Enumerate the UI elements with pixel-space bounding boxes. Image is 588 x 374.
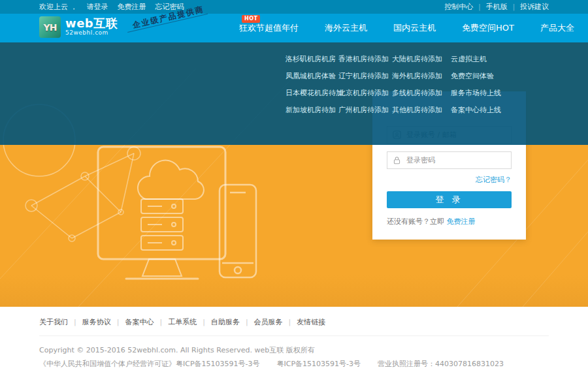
dropdown-column-4: 云虚拟主机 免费空间体验 服务市场待上线 备案中心待上线 — [451, 51, 536, 119]
login-link[interactable]: 请登录 — [87, 2, 108, 12]
dropdown-link[interactable]: 香港机房待添加 — [338, 51, 392, 68]
footer: 关于我们 | 服务协议 | 备案中心 | 工单系统 | 自助服务 | 会员服务 … — [0, 307, 588, 374]
nav-item-overseas-cloud[interactable]: 海外云主机 — [312, 14, 380, 42]
dropdown-link[interactable]: 海外机房待添加 — [392, 68, 451, 85]
lock-icon — [393, 156, 401, 164]
footer-link-membership[interactable]: 会员服务 — [254, 317, 283, 327]
dropdown-link[interactable]: 云虚拟主机 — [451, 51, 536, 68]
dropdown-link[interactable]: 凤凰城机房体验 — [286, 68, 338, 85]
logo-icon: YH — [39, 16, 61, 38]
welcome-text: 欢迎上云 ， — [39, 2, 78, 12]
dropdown-link[interactable]: 大陆机房待添加 — [392, 51, 451, 68]
footer-link-terms[interactable]: 服务协议 — [82, 317, 111, 327]
dropdown-link[interactable]: 免费空间体验 — [451, 68, 536, 85]
brand-domain: 52webhl.com — [65, 30, 118, 36]
business-license-number: 营业执照注册号：440307816831023 — [378, 359, 504, 369]
divider: | — [246, 318, 248, 326]
register-prompt: 还没有账号？立即 免费注册 — [387, 217, 476, 226]
free-register-link[interactable]: 免费注册 — [447, 217, 476, 226]
dropdown-link[interactable]: 多线机房待添加 — [392, 85, 451, 102]
divider: | — [513, 3, 515, 10]
license-row: 《中华人民共和国增值个体户经营许可证》粤ICP备15103591号-3号 粤IC… — [39, 359, 549, 369]
dropdown-link[interactable]: 北京机房待添加 — [338, 85, 392, 102]
icp-number: 粤ICP备15103591号-3号 — [277, 359, 361, 369]
dropdown-link[interactable]: 日本樱花机房待加 — [286, 85, 338, 102]
footer-link-tickets[interactable]: 工单系统 — [168, 317, 197, 327]
main-navbar: YH web互联 52webhl.com 企业级产品提供商 HOT 狂欢节超值年… — [0, 14, 588, 42]
dropdown-link[interactable]: 其他机房待添加 — [392, 102, 451, 119]
footer-link-icp-center[interactable]: 备案中心 — [125, 317, 154, 327]
dropdown-link[interactable]: 洛杉矶机房机房 — [286, 51, 338, 68]
footer-link-about[interactable]: 关于我们 — [39, 317, 68, 327]
divider: | — [203, 318, 205, 326]
register-link-top[interactable]: 免费注册 — [118, 2, 146, 12]
brand-name: web互联 — [65, 18, 118, 30]
divider: | — [159, 318, 162, 326]
hero-banner: 忘记密码？ 登 录 还没有账号？立即 免费注册 洛杉矶机房机房 凤凰城机房体验 … — [0, 42, 588, 307]
divider: | — [117, 318, 120, 326]
divider: | — [74, 318, 76, 326]
mega-dropdown: 洛杉矶机房机房 凤凰城机房体验 日本樱花机房待加 新加坡机房待加 香港机房待添加… — [0, 42, 588, 145]
forgot-password-link[interactable]: 忘记密码？ — [476, 176, 512, 184]
footer-links: 关于我们 | 服务协议 | 备案中心 | 工单系统 | 自助服务 | 会员服务 … — [39, 317, 549, 336]
nav-item-carnival[interactable]: HOT 狂欢节超值年付 — [226, 14, 312, 42]
password-input[interactable] — [406, 156, 506, 164]
license-text: 《中华人民共和国增值个体户经营许可证》粤ICP备15103591号-3号 — [39, 359, 260, 369]
dropdown-column-2: 香港机房待添加 辽宁机房待添加 北京机房待添加 广州机房待添加 — [338, 51, 392, 119]
nav-item-free-space[interactable]: 免费空间HOT — [449, 14, 527, 42]
control-center-link[interactable]: 控制中心 — [444, 2, 473, 12]
footer-link-friends[interactable]: 友情链接 — [297, 317, 325, 327]
brand-logo[interactable]: YH web互联 52webhl.com 企业级产品提供商 — [39, 16, 118, 38]
top-utility-bar: 欢迎上云 ， 请登录 免费注册 忘记密码 控制中心 | 手机版 | 投诉建议 — [0, 0, 588, 14]
dropdown-column-3: 大陆机房待添加 海外机房待添加 多线机房待添加 其他机房待添加 — [392, 51, 451, 119]
password-field-wrap — [387, 151, 512, 169]
dropdown-column-1: 洛杉矶机房机房 凤凰城机房体验 日本樱花机房待加 新加坡机房待加 — [286, 51, 338, 119]
nav-menu: HOT 狂欢节超值年付 海外云主机 国内云主机 免费空间HOT 产品大全 — [226, 14, 587, 42]
footer-link-selfservice[interactable]: 自助服务 — [211, 317, 240, 327]
hot-badge: HOT — [242, 15, 260, 23]
dropdown-link[interactable]: 广州机房待添加 — [338, 102, 392, 119]
mobile-version-link[interactable]: 手机版 — [486, 2, 508, 12]
dropdown-link[interactable]: 辽宁机房待添加 — [338, 68, 392, 85]
nav-item-all-products[interactable]: 产品大全 — [527, 14, 587, 42]
login-button[interactable]: 登 录 — [387, 191, 512, 208]
copyright-text: Copyright © 2015-2016 52webhl.com. All R… — [39, 345, 549, 355]
divider: | — [289, 318, 291, 326]
nav-item-domestic-cloud[interactable]: 国内云主机 — [380, 14, 449, 42]
dropdown-link[interactable]: 新加坡机房待加 — [286, 102, 338, 119]
divider: | — [478, 3, 480, 10]
complaint-link[interactable]: 投诉建议 — [520, 2, 549, 12]
dropdown-link[interactable]: 备案中心待上线 — [451, 102, 536, 119]
dropdown-link[interactable]: 服务市场待上线 — [451, 85, 536, 102]
